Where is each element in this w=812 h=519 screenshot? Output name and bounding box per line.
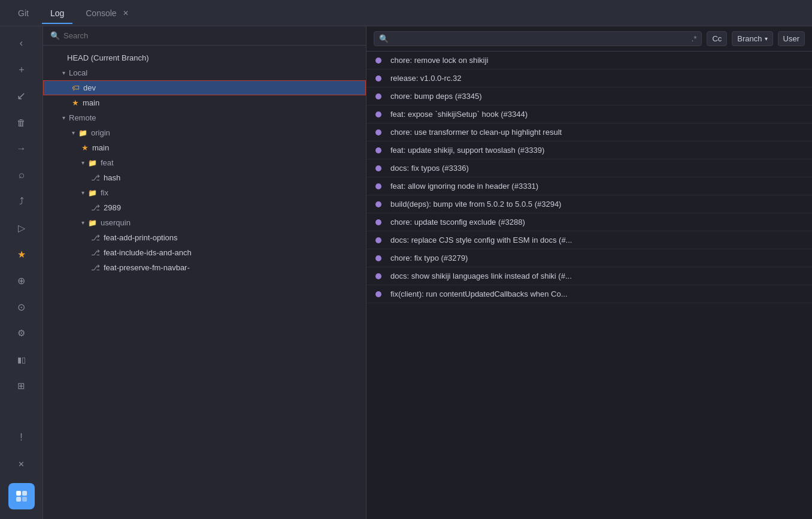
commit-message: chore: fix typo (#3279) (390, 254, 802, 262)
commit-graph-node (366, 237, 390, 243)
fix-folder-icon: 📁 (88, 189, 97, 197)
branch-item-main[interactable]: ★ main (43, 95, 366, 110)
log-commit-item[interactable]: feat: expose `shikijiSetup` hook (#3344) (366, 105, 812, 123)
log-commit-item[interactable]: feat: allow ignoring node in header (#33… (366, 177, 812, 195)
commit-graph-node (366, 255, 390, 261)
sidebar-icon-search[interactable]: ⌕ (10, 163, 34, 187)
log-commit-item[interactable]: chore: update tsconfig exclude (#3288) (366, 213, 812, 231)
commit-dot (375, 219, 381, 225)
sidebar-icon-star[interactable]: ★ (10, 242, 34, 266)
log-commit-item[interactable]: fix(client): run contentUpdatedCallbacks… (366, 285, 812, 303)
origin-main-item[interactable]: ★ main (43, 140, 366, 155)
branch-item-dev[interactable]: 🏷 dev (43, 80, 366, 95)
commit-dot (375, 201, 381, 207)
commit-dot (375, 273, 381, 279)
sidebar-icon-app[interactable] (8, 483, 35, 509)
branch-panel: 🔍 HEAD (Current Branch) ▾ Local 🏷 dev (43, 26, 366, 519)
commit-dot (375, 93, 381, 99)
sidebar-icon-files[interactable]: ⊞ (10, 374, 34, 398)
regex-icon[interactable]: .* (692, 34, 697, 43)
commit-message: feat: expose `shikijiSetup` hook (#3344) (390, 110, 802, 119)
feat-hash-item[interactable]: ⎇ hash (43, 170, 366, 185)
userquin-group-label: userquin (101, 218, 131, 227)
log-commit-item[interactable]: chore: use transformer to clean-up highl… (366, 123, 812, 141)
console-close-button[interactable]: ✕ (120, 8, 131, 19)
origin-group-header[interactable]: ▾ 📁 origin (43, 125, 366, 140)
head-branch-item[interactable]: HEAD (Current Branch) (43, 50, 366, 65)
main-content: ‹ ＋ ↙ 🗑 → ⌕ ⤴ ▷ ★ ⊕ ⊙ ⚙ ▮▯ ⊞ ! ✕ (0, 26, 812, 519)
local-section-header[interactable]: ▾ Local (43, 65, 366, 80)
local-chevron-icon: ▾ (62, 70, 65, 76)
fix-chevron-icon: ▾ (81, 189, 84, 196)
log-commit-item[interactable]: chore: remove lock on shikiji (366, 52, 812, 70)
svg-rect-3 (22, 497, 27, 502)
feat-preserve-fm-item[interactable]: ⎇ feat-preserve-fm-navbar- (43, 260, 366, 275)
commit-log-list: chore: remove lock on shikiji release: v… (366, 52, 812, 519)
feat-hash-label: hash (104, 173, 120, 182)
log-commit-item[interactable]: feat: update shikiji, support twoslash (… (366, 141, 812, 159)
svg-rect-1 (22, 491, 27, 496)
branch-label-dev: dev (83, 83, 96, 92)
commit-message: build(deps): bump vite from 5.0.2 to 5.0… (390, 200, 802, 209)
log-toolbar: 🔍 .* Cc Branch ▾ User (366, 26, 812, 52)
branch-search-bar: 🔍 (43, 26, 366, 46)
sidebar-icon-settings[interactable]: ⚙ (10, 321, 34, 345)
commit-dot (375, 165, 381, 171)
userquin-group-header[interactable]: ▾ 📁 userquin (43, 215, 366, 230)
sidebar-icon-delete[interactable]: 🗑 (10, 110, 34, 134)
sidebar-icon-push[interactable]: → (10, 137, 34, 161)
feat-preserve-fm-label: feat-preserve-fm-navbar- (104, 263, 190, 272)
commit-dot (375, 129, 381, 135)
log-search-input[interactable] (392, 34, 688, 43)
fix-2989-item[interactable]: ⎇ 2989 (43, 200, 366, 215)
commit-message: chore: remove lock on shikiji (390, 56, 802, 65)
log-commit-item[interactable]: docs: replace CJS style config with ESM … (366, 231, 812, 249)
userquin-chevron-icon: ▾ (81, 219, 84, 226)
log-commit-item[interactable]: build(deps): bump vite from 5.0.2 to 5.0… (366, 195, 812, 213)
folder-icon: 📁 (78, 129, 87, 137)
branch-tree: HEAD (Current Branch) ▾ Local 🏷 dev ★ ma… (43, 46, 366, 519)
feat-group-header[interactable]: ▾ 📁 feat (43, 155, 366, 170)
branch-filter-button[interactable]: Branch ▾ (732, 31, 772, 46)
svg-rect-2 (16, 497, 21, 502)
feat-include-ids-label: feat-include-ids-and-anch (104, 248, 192, 257)
sidebar-icon-run[interactable]: ▷ (10, 216, 34, 240)
sidebar-icon-fetch[interactable]: ↙ (10, 84, 34, 108)
log-commit-item[interactable]: docs: show shikiji languages link instea… (366, 267, 812, 285)
origin-main-label: main (92, 143, 109, 152)
sidebar-icon-warning[interactable]: ! (10, 426, 34, 449)
log-commit-item[interactable]: docs: fix typos (#3336) (366, 159, 812, 177)
fix-2989-label: 2989 (104, 203, 121, 212)
feat-include-ids-item[interactable]: ⎇ feat-include-ids-and-anch (43, 245, 366, 260)
commit-message: chore: update tsconfig exclude (#3288) (390, 218, 802, 227)
feat-add-print-options-item[interactable]: ⎇ feat-add-print-options (43, 230, 366, 245)
tab-git[interactable]: Git (10, 2, 37, 24)
tab-console[interactable]: Console ✕ (77, 2, 139, 25)
commit-dot (375, 291, 381, 297)
sidebar-icon-back[interactable]: ‹ (10, 31, 34, 55)
commit-graph-node (366, 201, 390, 207)
sidebar-icon-remote[interactable]: ⊙ (10, 295, 34, 319)
log-commit-item[interactable]: chore: fix typo (#3279) (366, 249, 812, 267)
sidebar-icon-schedule[interactable]: ⊕ (10, 268, 34, 292)
log-commit-item[interactable]: chore: bump deps (#3345) (366, 87, 812, 105)
local-section-label: Local (69, 68, 87, 77)
branch-search-input[interactable] (63, 31, 359, 40)
sidebar-icon-close[interactable]: ✕ (10, 452, 34, 476)
remote-section-header[interactable]: ▾ Remote (43, 110, 366, 125)
origin-chevron-icon: ▾ (72, 129, 75, 136)
commit-message: docs: show shikiji languages link instea… (390, 271, 802, 280)
sidebar-icon-terminal[interactable]: ▮▯ (10, 348, 34, 372)
feat-chevron-icon: ▾ (81, 159, 84, 166)
tab-log[interactable]: Log (42, 2, 72, 24)
commit-graph-node (366, 291, 390, 297)
branch-icon-2989: ⎇ (91, 203, 100, 212)
fix-group-header[interactable]: ▾ 📁 fix (43, 185, 366, 200)
commit-graph-node (366, 76, 390, 82)
user-filter-button[interactable]: User (778, 31, 805, 46)
case-sensitive-button[interactable]: Cc (707, 31, 727, 46)
sidebar-icon-add[interactable]: ＋ (10, 58, 34, 82)
sidebar-icon-graph[interactable]: ⤴ (10, 189, 34, 213)
log-commit-item[interactable]: release: v1.0.0-rc.32 (366, 70, 812, 87)
commit-graph-node (366, 58, 390, 64)
